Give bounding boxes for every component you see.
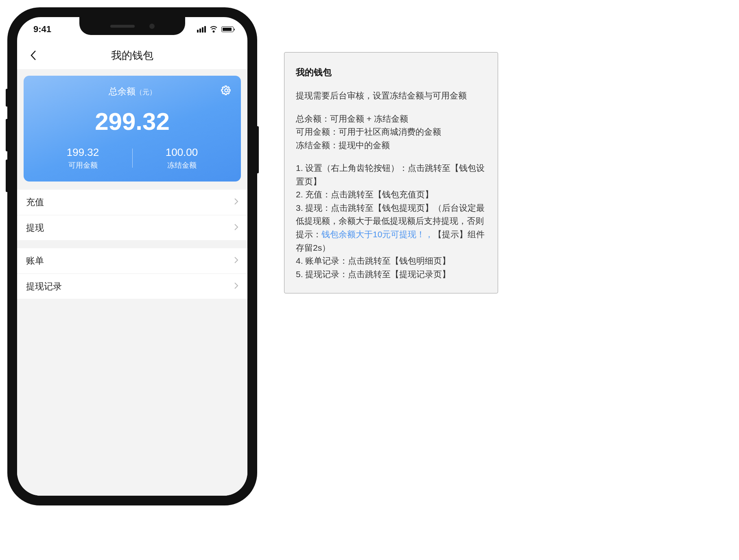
front-camera [149,24,155,29]
row-recharge[interactable]: 充值 [17,190,247,215]
annotation-def: 总余额：可用金额 + 冻结金额 [296,112,486,126]
list-group-actions: 充值 提现 [17,190,247,240]
phone-frame: 9:41 我的钱包 [8,8,256,505]
svg-point-0 [225,89,227,92]
balance-frozen-value: 100.00 [132,146,231,159]
page-body: 我的钱包 总余额（元） 299.32 [17,42,247,496]
signal-icon [197,26,206,33]
row-label: 账单 [26,255,44,267]
balance-available: 199.32 可用金额 [33,146,132,170]
earpiece [110,25,135,28]
phone-side-button [6,89,8,107]
balance-frozen: 100.00 冻结金额 [132,146,231,170]
chevron-right-icon [234,223,238,233]
phone-screen: 9:41 我的钱包 [17,17,247,496]
settings-button[interactable] [221,85,232,98]
balance-title-unit: （元） [136,88,156,96]
annotation-def: 可用金额：可用于社区商城消费的金额 [296,125,486,139]
annotation-title: 我的钱包 [296,66,486,79]
status-icons [197,26,234,33]
row-withdraw[interactable]: 提现 [17,215,247,240]
annotation-intro: 提现需要后台审核，设置冻结金额与可用金额 [296,89,486,103]
chevron-right-icon [234,256,238,266]
status-time: 9:41 [33,24,51,35]
annotation-item: 4. 账单记录：点击跳转至【钱包明细页】 [296,254,486,268]
list-group-records: 账单 提现记录 [17,248,247,299]
row-label: 充值 [26,196,44,208]
balance-title: 总余额（元） [33,85,231,98]
balance-card: 总余额（元） 299.32 199.32 可用金额 100.00 冻结金额 [24,76,241,182]
annotation-highlight: 钱包余额大于10元可提现！， [321,230,433,239]
chevron-left-icon [30,50,37,61]
chevron-right-icon [234,281,238,292]
battery-icon [221,26,234,32]
annotation-list: 1. 设置（右上角齿轮按钮）：点击跳转至【钱包设置页】 2. 充值：点击跳转至【… [296,162,486,281]
annotation-defs: 总余额：可用金额 + 冻结金额 可用金额：可用于社区商城消费的金额 冻结金额：提… [296,112,486,152]
page-title: 我的钱包 [111,48,153,63]
annotation-def: 冻结金额：提现中的金额 [296,139,486,152]
annotation-item: 3. 提现：点击跳转至【钱包提现页】（后台设定最低提现额，余额大于最低提现额后支… [296,201,486,254]
row-withdraw-log[interactable]: 提现记录 [17,273,247,299]
balance-total: 299.32 [33,107,231,136]
back-button[interactable] [24,42,42,69]
phone-side-button [256,126,259,173]
phone-notch [79,17,185,35]
annotation-item: 2. 充值：点击跳转至【钱包充值页】 [296,188,486,201]
gear-icon [221,85,232,96]
balance-available-label: 可用金额 [33,160,132,170]
annotation-panel: 我的钱包 提现需要后台审核，设置冻结金额与可用金额 总余额：可用金额 + 冻结金… [284,52,498,293]
nav-bar: 我的钱包 [17,42,247,69]
wifi-icon [209,26,218,33]
chevron-right-icon [234,197,238,208]
phone-side-button [6,119,8,151]
phone-side-button [6,160,8,192]
balance-title-main: 总余额 [109,86,136,96]
annotation-item: 1. 设置（右上角齿轮按钮）：点击跳转至【钱包设置页】 [296,162,486,188]
row-label: 提现记录 [26,280,62,293]
balance-frozen-label: 冻结金额 [132,160,231,170]
annotation-item: 5. 提现记录：点击跳转至【提现记录页】 [296,268,486,281]
row-bill[interactable]: 账单 [17,248,247,273]
balance-available-value: 199.32 [33,146,132,159]
row-label: 提现 [26,222,44,234]
